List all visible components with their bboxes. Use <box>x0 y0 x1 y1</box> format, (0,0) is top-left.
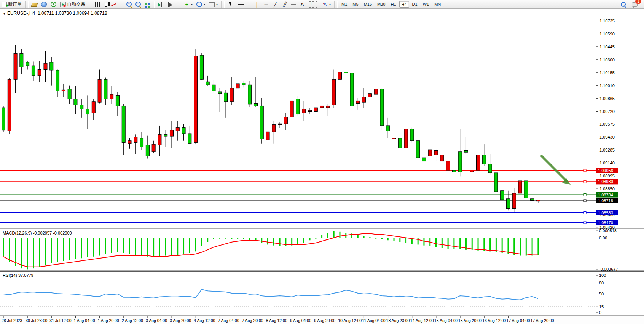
rsi-label: RSI(14) 37.0779 <box>3 273 33 278</box>
toolbar-separator <box>221 1 225 8</box>
candle-body <box>212 85 215 91</box>
chevron-down-icon: ▾ <box>216 3 218 6</box>
timeframe-m1-button[interactable]: M1 <box>339 1 349 8</box>
candle-body <box>428 150 432 156</box>
bar-chart-button[interactable] <box>93 0 102 8</box>
navigator-button[interactable] <box>39 0 49 8</box>
autotrade-button[interactable]: 自动交易 <box>58 0 87 8</box>
fibonacci-button[interactable] <box>289 0 298 8</box>
timeframe-m5-button[interactable]: M5 <box>350 1 360 8</box>
periods-button[interactable]: ▾ <box>194 0 207 8</box>
candle-body <box>182 128 185 134</box>
tile-windows-button[interactable] <box>143 0 150 8</box>
auto-scroll-button[interactable] <box>156 0 166 8</box>
collapse-icon[interactable]: ▼ <box>3 12 6 16</box>
candle-body <box>206 82 209 85</box>
hline-handle-1.09056[interactable] <box>584 169 586 172</box>
templates-button[interactable]: ▾ <box>207 0 220 8</box>
candle-body <box>506 199 510 209</box>
cursor-button[interactable] <box>226 0 236 8</box>
hline-handle-1.08718[interactable] <box>584 200 586 202</box>
timeframe-d1-button[interactable]: D1 <box>410 1 420 8</box>
equidistant-channel-button[interactable]: ╱╱ <box>280 0 289 8</box>
price-tick-label: 1.10445 <box>599 45 615 49</box>
crosshair-button[interactable] <box>236 0 246 8</box>
zoom-in-button[interactable] <box>124 0 134 8</box>
search-icon <box>621 2 626 7</box>
candle-body <box>134 137 137 142</box>
candle-body <box>380 89 384 126</box>
text-label-button[interactable]: T <box>307 0 319 8</box>
trendline-button[interactable]: ╱ <box>271 0 280 8</box>
price-tick-label: 1.10590 <box>599 32 615 36</box>
time-tick-label: 11 Aug 04:00 <box>362 318 385 323</box>
candle-body <box>308 110 312 111</box>
candle-body <box>368 94 371 97</box>
time-tick-label: 9 Aug 04:00 <box>290 318 311 323</box>
hline-handle-1.08583[interactable] <box>584 212 586 214</box>
rsi-tick-label: 100 <box>599 273 606 278</box>
vertical-line-button[interactable]: │ <box>252 0 261 8</box>
price-tag-text: 1.08470 <box>598 220 613 225</box>
price-tick-label: 1.09285 <box>599 148 615 152</box>
hline-handle-1.08784[interactable] <box>584 194 586 196</box>
timeframe-w1-button[interactable]: W1 <box>421 1 432 8</box>
candlestick-chart-icon <box>105 3 107 7</box>
horizontal-line-button[interactable]: ─ <box>261 0 271 8</box>
toolbar-separator <box>151 1 155 8</box>
indicators-button[interactable]: +▾ <box>182 0 194 8</box>
candle-body <box>254 103 257 106</box>
rsi-value: 37.0779 <box>18 273 33 278</box>
trendline-icon: ╱ <box>273 2 278 7</box>
market-watch-button[interactable] <box>30 0 39 8</box>
timeframe-m30-button[interactable]: M30 <box>375 1 387 8</box>
notifications-button[interactable]: 1 <box>630 0 639 8</box>
candle-body <box>68 89 71 99</box>
search-button[interactable] <box>619 0 628 8</box>
cursor-icon <box>228 2 234 7</box>
timeframe-mn-button[interactable]: MN <box>432 1 443 8</box>
hline-handle-1.08470[interactable] <box>584 222 586 224</box>
candle-body <box>92 102 95 113</box>
price-tick-label: 1.09140 <box>599 161 615 165</box>
chevron-down-icon: ▾ <box>329 3 331 6</box>
candle-body <box>176 128 179 131</box>
candle-body <box>194 56 198 142</box>
candle-body <box>62 90 65 91</box>
candle-body <box>470 171 474 172</box>
time-tick-label: 10 Aug 12:00 <box>338 318 362 323</box>
hline-handle-1.08930[interactable] <box>584 180 586 183</box>
text-button[interactable]: A <box>298 0 307 8</box>
candle-body <box>170 130 173 136</box>
price-tick-label: 1.10010 <box>599 83 615 88</box>
toolbar-separator <box>120 1 123 8</box>
toolbar-separator <box>89 1 92 8</box>
candlestick-chart-button[interactable] <box>102 0 109 8</box>
new-order-button[interactable]: 新订单 <box>0 0 24 8</box>
zoom-out-button[interactable] <box>134 0 143 8</box>
crosshair-icon <box>238 2 244 7</box>
line-chart-button[interactable] <box>109 0 118 8</box>
candle-body <box>416 141 420 158</box>
chart-shift-button[interactable] <box>166 0 176 8</box>
terminal-button[interactable] <box>49 0 58 8</box>
arrows-button[interactable]: ▾ <box>319 0 333 8</box>
candle-body <box>152 144 155 152</box>
candle-body <box>464 150 468 152</box>
candle-body <box>278 124 282 124</box>
time-tick-label: 3 Aug 20:00 <box>170 318 191 323</box>
candle-body <box>248 85 252 104</box>
candle-body <box>266 132 269 140</box>
price-tag-text: 1.08718 <box>598 198 613 203</box>
timeframe-h4-button[interactable]: H4 <box>399 1 409 8</box>
candle-body <box>26 62 29 66</box>
candle-body <box>386 126 390 131</box>
periods-icon <box>196 2 202 7</box>
navigator-icon <box>41 2 47 7</box>
candle-body <box>296 99 300 114</box>
candle-body <box>116 95 119 106</box>
time-tick-label: 15 Aug 20:00 <box>458 318 482 323</box>
timeframe-h1-button[interactable]: H1 <box>388 1 398 8</box>
candle-body <box>230 88 233 102</box>
timeframe-m15-button[interactable]: M15 <box>362 1 374 8</box>
